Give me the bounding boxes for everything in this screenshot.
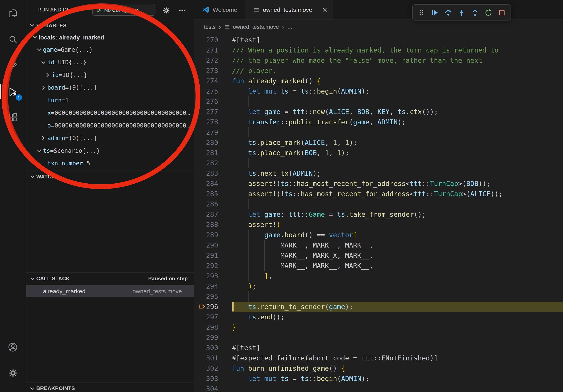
- line-number[interactable]: 271: [206, 45, 218, 55]
- breadcrumb-item[interactable]: owned_tests.move: [224, 24, 279, 30]
- breakpoints-section-header[interactable]: BREAKPOINTS: [26, 382, 194, 392]
- chevron-right-icon[interactable]: [39, 84, 47, 91]
- watch-section-header[interactable]: WATCH: [26, 170, 194, 182]
- variable-row[interactable]: o = 000000000000000000000000000000000000…: [26, 119, 194, 132]
- line-number[interactable]: 285: [206, 189, 218, 199]
- line-number[interactable]: 304: [206, 384, 218, 392]
- code-line[interactable]: 292 MARK__, MARK__, MARK__,: [194, 261, 563, 271]
- chevron-down-icon[interactable]: [39, 59, 47, 65]
- line-number[interactable]: 292: [206, 261, 218, 271]
- start-debugging-icon[interactable]: [96, 7, 102, 13]
- line-number[interactable]: 277: [206, 107, 218, 117]
- activity-item-explorer[interactable]: [3, 4, 22, 23]
- line-number[interactable]: 282: [206, 158, 218, 168]
- variable-row[interactable]: x = 000000000000000000000000000000000000…: [26, 107, 194, 119]
- drag-handle-button[interactable]: [415, 6, 428, 19]
- line-number[interactable]: 288: [206, 220, 218, 230]
- variable-row[interactable]: ts = Scenario{...}: [26, 144, 194, 157]
- breadcrumb-item[interactable]: ...: [287, 24, 292, 30]
- chevron-right-icon[interactable]: [39, 135, 47, 141]
- line-number[interactable]: 289: [206, 230, 218, 240]
- chevron-down-icon[interactable]: [28, 173, 36, 180]
- activity-item-extensions[interactable]: [3, 108, 22, 127]
- call-stack-section-header[interactable]: CALL STACK Paused on step: [26, 272, 194, 284]
- code-line[interactable]: 299: [194, 332, 563, 343]
- code-line[interactable]: 304: [194, 384, 563, 392]
- code-line[interactable]: 281 ts.place_mark(BOB, 1, 1);: [194, 148, 563, 158]
- variable-row[interactable]: turn = 1: [26, 94, 194, 107]
- code-line[interactable]: 303 let mut ts = ts::begin(ADMIN);: [194, 373, 563, 384]
- code-line[interactable]: 271/// When a position is already marked…: [194, 45, 563, 55]
- line-number[interactable]: 302: [206, 363, 218, 373]
- line-number[interactable]: 270: [206, 35, 218, 45]
- restart-button[interactable]: [482, 6, 495, 19]
- stop-button[interactable]: [495, 6, 509, 19]
- more-actions-icon[interactable]: [177, 5, 187, 15]
- variable-row[interactable]: txn_number = 5: [26, 157, 194, 170]
- variables-section-header[interactable]: VARIABLES: [26, 20, 194, 31]
- code-line[interactable]: 275 let mut ts = ts::begin(ADMIN);: [194, 86, 563, 96]
- code-line[interactable]: 276: [194, 96, 563, 107]
- continue-button[interactable]: [428, 6, 441, 19]
- line-number[interactable]: 272: [206, 55, 218, 65]
- code-line[interactable]: 285 assert!(!ts::has_most_recent_for_add…: [194, 189, 563, 199]
- line-number[interactable]: 301: [206, 353, 218, 363]
- line-number[interactable]: 297: [206, 312, 218, 322]
- line-number[interactable]: 284: [206, 178, 218, 189]
- variable-row[interactable]: board = (9)[...]: [26, 81, 194, 94]
- variable-row[interactable]: id = ID{...}: [26, 69, 194, 81]
- code-line[interactable]: 294 );: [194, 281, 563, 291]
- code-line[interactable]: 298}: [194, 322, 563, 332]
- code-line[interactable]: 290 MARK__, MARK__, MARK__,: [194, 240, 563, 250]
- stack-frame-row[interactable]: already_markedowned_tests.move: [26, 285, 194, 297]
- line-number[interactable]: 274: [206, 76, 218, 86]
- tab-welcome[interactable]: Welcome: [194, 0, 246, 19]
- step-into-button[interactable]: [455, 6, 468, 19]
- line-number[interactable]: 296: [206, 301, 218, 312]
- activity-item-search[interactable]: [3, 30, 22, 49]
- code-line[interactable]: 288 assert!(: [194, 220, 563, 230]
- line-number[interactable]: 300: [206, 343, 218, 353]
- code-line[interactable]: 283 ts.next_tx(ADMIN);: [194, 168, 563, 178]
- line-number[interactable]: 286: [206, 199, 218, 209]
- code-line[interactable]: 300#[test]: [194, 343, 563, 353]
- activity-item-source-control[interactable]: [3, 56, 22, 75]
- step-over-button[interactable]: [441, 6, 455, 19]
- code-line[interactable]: 289 game.board() == vector[: [194, 230, 563, 240]
- variable-row[interactable]: admin = (0)[...]: [26, 132, 194, 144]
- line-number[interactable]: 293: [206, 271, 218, 281]
- code-line[interactable]: 287 let game: ttt::Game = ts.take_from_s…: [194, 209, 563, 220]
- code-line[interactable]: 293 ],: [194, 271, 563, 281]
- scope-row[interactable]: locals: already_marked: [26, 31, 194, 43]
- variable-row[interactable]: id = UID{...}: [26, 56, 194, 69]
- tab-owned-tests-move[interactable]: owned_tests.move: [246, 0, 333, 19]
- code-line[interactable]: 280 ts.place_mark(ALICE, 1, 1);: [194, 137, 563, 148]
- debug-settings-gear-icon[interactable]: [161, 5, 171, 15]
- code-line[interactable]: 301#[expected_failure(abort_code = ttt::…: [194, 353, 563, 363]
- activity-item-run-and-debug[interactable]: 1: [3, 82, 22, 101]
- code-line[interactable]: 297 ts.end();: [194, 312, 563, 322]
- chevron-down-icon[interactable]: [28, 22, 36, 28]
- code-line[interactable]: 272/// the player who made the "false" m…: [194, 55, 563, 65]
- line-number[interactable]: 276: [206, 96, 218, 107]
- line-number[interactable]: 294: [206, 281, 218, 291]
- line-number[interactable]: 295: [206, 291, 218, 301]
- close-icon[interactable]: [322, 7, 328, 13]
- code-line[interactable]: 291 MARK__, MARK_X, MARK__,: [194, 250, 563, 261]
- line-number[interactable]: 298: [206, 322, 218, 332]
- line-number[interactable]: 291: [206, 250, 218, 261]
- code-line[interactable]: 270#[test]: [194, 35, 563, 45]
- chevron-down-icon[interactable]: [31, 34, 39, 40]
- debug-config-bar[interactable]: No Configur: [92, 4, 155, 16]
- variable-row[interactable]: game = Game{...}: [26, 43, 194, 56]
- code-line[interactable]: 282: [194, 158, 563, 168]
- line-number[interactable]: 275: [206, 86, 218, 96]
- code-line[interactable]: 278 transfer::public_transfer(game, ADMI…: [194, 117, 563, 127]
- chevron-right-icon[interactable]: [44, 72, 52, 78]
- line-number[interactable]: 280: [206, 137, 218, 148]
- line-number[interactable]: 273: [206, 65, 218, 76]
- code-line[interactable]: 277 let game = ttt::new(ALICE, BOB, KEY,…: [194, 107, 563, 117]
- code-line[interactable]: 274fun already_marked() {: [194, 76, 563, 86]
- line-number[interactable]: 283: [206, 168, 218, 178]
- chevron-down-icon[interactable]: [28, 275, 36, 282]
